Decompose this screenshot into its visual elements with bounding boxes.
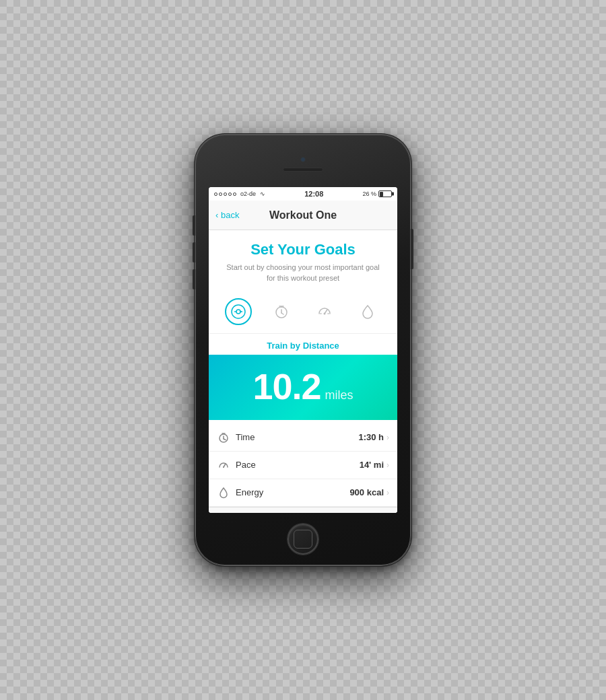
battery-icon [378,190,392,197]
phone-screen: o2-de ∿ 12:08 26 % ‹ back Workout One Se… [209,187,397,513]
camera [300,157,306,162]
metric-name-time: Time [236,432,358,442]
metric-row-pace[interactable]: Pace 14' mi › [209,452,397,479]
distance-unit: miles [325,388,354,407]
home-button-inner [294,530,312,549]
tab-bar: Workouts Stats [209,507,397,513]
chevron-energy: › [386,488,389,497]
phone-top [195,135,411,187]
signal-dot-4 [228,193,232,196]
signal-dot-2 [219,193,222,196]
svg-line-6 [281,313,283,314]
stats-tab-icon [272,512,287,513]
status-left: o2-de ∿ [214,190,265,197]
carrier-label: o2-de [240,190,256,197]
goal-icon-pace[interactable] [311,298,338,325]
nav-title: Workout One [269,209,337,221]
phone-bottom [195,513,411,565]
signal-dot-1 [214,193,217,196]
phone-shell: o2-de ∿ 12:08 26 % ‹ back Workout One Se… [195,135,411,565]
metric-name-energy: Energy [236,487,349,497]
status-time: 12:08 [304,190,323,198]
tab-stats[interactable]: Stats [256,512,303,513]
svg-line-15 [224,439,226,440]
svg-point-0 [232,305,245,318]
content: Set Your Goals Start out by choosing you… [209,230,397,513]
signal-dot-3 [224,193,227,196]
metric-value-time: 1:30 h [358,432,384,442]
settings-tab-icon [319,512,334,513]
train-by-distance-label: Train by Distance [209,334,397,351]
signal-dot-5 [233,193,236,196]
home-button[interactable] [288,524,318,555]
back-button[interactable]: ‹ back [215,210,239,220]
nav-bar: ‹ back Workout One [209,201,397,230]
svg-point-18 [223,466,224,468]
status-bar: o2-de ∿ 12:08 26 % [209,187,397,201]
status-right: 26 % [362,190,392,197]
chevron-pace: › [386,460,389,470]
emergency-tab-icon: SOS [366,512,381,513]
tab-workouts[interactable]: Workouts [209,512,256,513]
distance-display: 10.2 miles [209,355,397,420]
speaker [283,168,323,172]
pace-icon [217,458,230,472]
metric-row-energy[interactable]: Energy 900 kcal › [209,479,397,507]
metric-value-energy: 900 kcal [349,487,384,497]
svg-point-10 [324,312,326,314]
metrics-list: Time 1:30 h › Pace 14' mi › [209,424,397,507]
tab-emergency[interactable]: SOS Emergency [350,512,397,513]
energy-icon [217,486,230,499]
signal-dots [214,193,236,196]
set-goals-title: Set Your Goals [209,230,397,262]
time-icon [217,431,230,444]
goal-icon-energy[interactable] [354,298,381,325]
goal-icon-distance[interactable] [225,298,252,325]
distance-value: 10.2 [252,368,321,405]
battery-percent: 26 % [362,190,376,197]
metric-name-pace: Pace [236,460,360,470]
workouts-tab-icon [225,512,240,513]
goal-icon-time[interactable] [268,298,295,325]
goal-icons-row [209,293,397,334]
wifi-icon: ∿ [260,190,265,197]
battery-fill [380,192,383,197]
tab-settings[interactable]: Settings [303,512,350,513]
chevron-time: › [386,433,389,442]
metric-value-pace: 14' mi [360,460,384,470]
set-goals-subtitle: Start out by choosing your most importan… [209,262,397,293]
metric-row-time[interactable]: Time 1:30 h › [209,424,397,452]
